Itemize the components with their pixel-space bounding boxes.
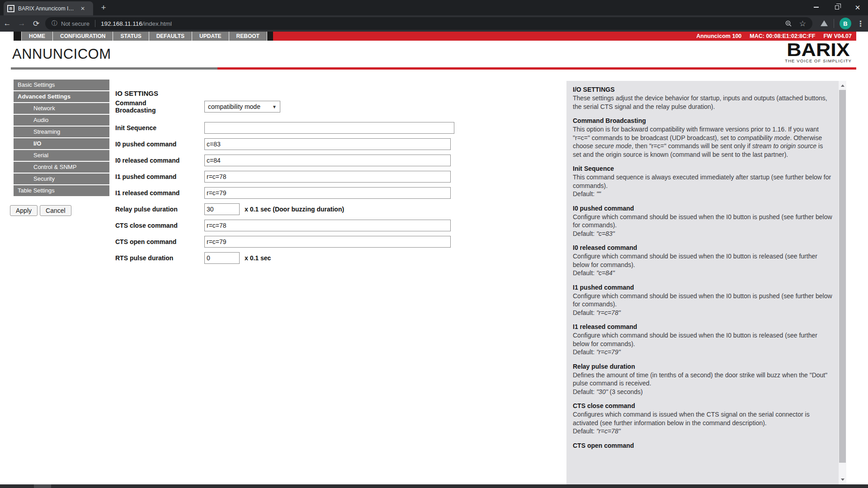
form-heading: IO SETTINGS xyxy=(115,89,158,97)
form-row-i0-pushed-command: I0 pushed command xyxy=(115,138,567,150)
input-cts-close-command[interactable] xyxy=(204,220,451,231)
zoom-icon[interactable] xyxy=(785,20,792,27)
help-section-title: I/O SETTINGS xyxy=(573,86,832,93)
help-section-body: This command sequence is always executed… xyxy=(573,173,832,198)
sidebar-item-i-o[interactable]: I/O xyxy=(14,138,109,149)
tab-close-icon[interactable]: ✕ xyxy=(80,5,85,12)
sidebar-item-serial[interactable]: Serial xyxy=(14,150,109,161)
nav-item-status[interactable]: STATUS xyxy=(113,32,148,41)
page-title: ANNUNCICOM xyxy=(12,46,111,62)
form-row-rts-pulse-duration: RTS pulse durationx 0.1 sec xyxy=(115,252,567,264)
url-host: 192.168.11.116 xyxy=(101,20,142,27)
sidebar-item-table-settings[interactable]: Table Settings xyxy=(14,185,109,196)
tab-title: BARIX Annuncicom IC Status xyxy=(18,5,78,12)
horizontal-scrollbar[interactable] xyxy=(0,484,868,488)
nav-item-home[interactable]: HOME xyxy=(22,32,52,41)
form-row-command-broadcasting: CommandBroadcastingcompatibility mode▼ xyxy=(115,99,567,114)
window-controls: ✕ xyxy=(806,0,868,15)
barix-logo: BARIX THE VOICE OF SIMPLICITY xyxy=(785,42,852,63)
input-rts-pulse-duration[interactable] xyxy=(204,252,240,264)
nav-item-update[interactable]: UPDATE xyxy=(192,32,228,41)
url-path: /index.html xyxy=(142,20,172,27)
form-row-init-sequence: Init Sequence xyxy=(115,122,567,134)
device-info-bar: Annuncicom 100 MAC: 00:08:E1:02:8C:FF FW… xyxy=(273,32,856,41)
form-row-relay-pulse-duration: Relay pulse durationx 0.1 sec (Door buzz… xyxy=(115,203,567,215)
help-section-title: CTS close command xyxy=(573,402,832,409)
device-name: Annuncicom 100 xyxy=(696,33,741,39)
window-minimize-button[interactable] xyxy=(806,0,826,14)
toolbar-divider xyxy=(834,19,834,28)
help-text: I/O SETTINGSThese settings adjust the de… xyxy=(566,81,839,484)
help-section-body: These settings adjust the device behavio… xyxy=(573,94,832,111)
sidebar-item-streaming[interactable]: Streaming xyxy=(14,127,109,137)
help-section-title: I0 pushed command xyxy=(573,205,832,212)
help-section-title: Relay pulse duration xyxy=(573,363,832,370)
help-scrollbar[interactable] xyxy=(839,81,846,484)
scroll-down-icon[interactable] xyxy=(839,476,846,483)
reload-button[interactable]: ⟳ xyxy=(29,19,43,28)
cancel-button[interactable]: Cancel xyxy=(40,205,71,216)
label-cts-close-command: CTS close command xyxy=(115,222,204,229)
sidebar-item-audio[interactable]: Audio xyxy=(14,115,109,126)
scroll-up-icon[interactable] xyxy=(839,82,846,89)
page-content: HOMECONFIGURATIONSTATUSDEFAULTSUPDATEREB… xyxy=(0,32,868,484)
horizontal-scrollbar-thumb[interactable] xyxy=(34,484,51,488)
form-row-i1-released-command: I1 released command xyxy=(115,187,567,199)
input-relay-pulse-duration[interactable] xyxy=(204,203,240,215)
help-scrollbar-thumb[interactable] xyxy=(839,90,846,463)
sidebar-item-control-snmp[interactable]: Control & SNMP xyxy=(14,162,109,173)
extension-icon[interactable] xyxy=(820,20,828,27)
select-command-broadcasting[interactable]: compatibility mode▼ xyxy=(204,101,280,113)
help-section-body: Defines the amount of time (in tenths of… xyxy=(573,371,832,396)
apply-button[interactable]: Apply xyxy=(10,205,38,216)
new-tab-button[interactable]: + xyxy=(98,3,109,14)
address-bar[interactable]: ⓘ Not secure 192.168.11.116 /index.html … xyxy=(45,17,812,30)
input-i0-pushed-command[interactable] xyxy=(204,138,451,150)
nav-item-defaults[interactable]: DEFAULTS xyxy=(149,32,192,41)
browser-tab[interactable]: B BARIX Annuncicom IC Status ✕ xyxy=(4,1,93,15)
bookmark-star-icon[interactable]: ☆ xyxy=(799,19,806,28)
input-init-sequence[interactable] xyxy=(204,122,454,134)
sidebar-item-advanced-settings[interactable]: Advanced Settings xyxy=(14,91,109,102)
nav-gap-block xyxy=(267,32,273,41)
label-rts-pulse-duration: RTS pulse duration xyxy=(115,254,204,262)
sidebar-item-security[interactable]: Security xyxy=(14,174,109,184)
barix-favicon-icon: B xyxy=(7,5,14,12)
input-i1-pushed-command[interactable] xyxy=(204,171,451,183)
close-icon: ✕ xyxy=(855,4,861,11)
label-i1-released-command: I1 released command xyxy=(115,189,204,197)
label-relay-pulse-duration: Relay pulse duration xyxy=(115,206,204,213)
help-section-title: I1 released command xyxy=(573,323,832,330)
form-row-cts-open-command: CTS open command xyxy=(115,236,567,248)
browser-toolbar: ← → ⟳ ⓘ Not secure 192.168.11.116 /index… xyxy=(0,15,868,32)
sidebar-item-network[interactable]: Network xyxy=(14,103,109,114)
sidebar-item-basic-settings[interactable]: Basic Settings xyxy=(14,80,109,90)
window-restore-button[interactable] xyxy=(826,0,847,14)
window-close-button[interactable]: ✕ xyxy=(847,0,868,14)
help-section-title: I1 pushed command xyxy=(573,284,832,291)
site-info-icon[interactable]: ⓘ xyxy=(52,19,57,28)
browser-menu-icon[interactable]: ⋮ xyxy=(857,19,864,28)
omnibox-divider xyxy=(95,20,95,27)
forward-button[interactable]: → xyxy=(14,19,29,28)
help-section-body: Configure which command should be issued… xyxy=(573,292,832,317)
top-nav-bar: HOMECONFIGURATIONSTATUSDEFAULTSUPDATEREB… xyxy=(14,32,856,41)
barix-logo-text: BARIX xyxy=(781,42,855,58)
input-i1-released-command[interactable] xyxy=(204,187,451,199)
label-command-broadcasting: CommandBroadcasting xyxy=(115,99,204,114)
minimize-icon xyxy=(814,7,819,8)
input-i0-released-command[interactable] xyxy=(204,155,451,166)
nav-item-configuration[interactable]: CONFIGURATION xyxy=(53,32,113,41)
header-divider-red xyxy=(217,67,856,70)
label-init-sequence: Init Sequence xyxy=(115,124,204,131)
form-row-i1-pushed-command: I1 pushed command xyxy=(115,171,567,183)
help-section-title: Command Broadcasting xyxy=(573,117,832,124)
browser-tab-strip: B BARIX Annuncicom IC Status ✕ + ✕ xyxy=(0,0,868,15)
chevron-down-icon: ▼ xyxy=(272,104,277,109)
back-button[interactable]: ← xyxy=(0,19,14,28)
profile-avatar[interactable]: B xyxy=(840,18,851,29)
help-section-body: Configure which command should be issued… xyxy=(573,252,832,277)
nav-item-reboot[interactable]: REBOOT xyxy=(229,32,267,41)
label-i1-pushed-command: I1 pushed command xyxy=(115,173,204,180)
input-cts-open-command[interactable] xyxy=(204,236,451,248)
